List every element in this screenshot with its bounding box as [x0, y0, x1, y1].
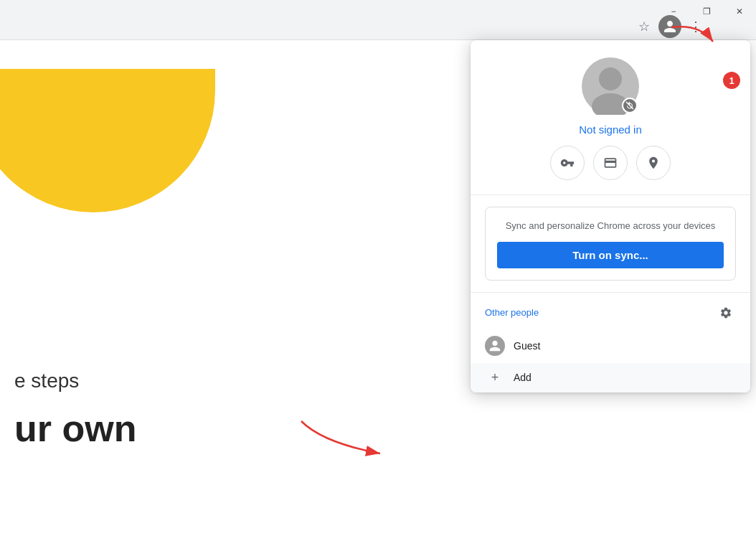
sync-section: Sync and personalize Chrome across your … [471, 195, 750, 293]
not-signed-in-label: Not signed in [579, 123, 642, 136]
guest-row[interactable]: Guest [471, 329, 750, 363]
guest-label: Guest [514, 340, 540, 352]
manage-profiles-button[interactable] [716, 303, 736, 323]
page-text-steps: e steps [14, 370, 79, 392]
payment-icon-button[interactable] [593, 146, 628, 180]
addresses-icon-button[interactable] [636, 146, 671, 180]
sync-button[interactable]: Turn on sync... [497, 242, 724, 268]
add-profile-row[interactable]: + Add 2 [471, 363, 750, 392]
browser-chrome: − ❐ ✕ ☆ ⋮ [0, 0, 756, 40]
star-icon[interactable]: ☆ [633, 15, 656, 38]
passwords-icon-button[interactable] [550, 146, 585, 180]
annotation-badge-1: 1 [723, 72, 740, 89]
yellow-decoration [0, 69, 215, 212]
other-people-section: Other people Guest + Add 2 [471, 293, 750, 392]
page-text-own: ur own [14, 407, 136, 450]
arrow-2 [280, 414, 394, 471]
avatar-container [582, 57, 639, 115]
add-label: Add [514, 372, 531, 383]
profile-panel: Not signed in Sync and personalize Chro [471, 40, 750, 392]
svg-point-0 [599, 67, 622, 90]
close-button[interactable]: ✕ [723, 0, 756, 23]
quick-icons-row [550, 146, 671, 180]
other-people-label: Other people [485, 307, 539, 318]
add-icon: + [485, 370, 505, 385]
sync-off-badge [622, 98, 638, 113]
guest-avatar [485, 336, 505, 356]
sync-description: Sync and personalize Chrome across your … [497, 219, 724, 233]
sync-box: Sync and personalize Chrome across your … [485, 207, 736, 281]
arrow-1 [664, 20, 722, 63]
panel-top: Not signed in [471, 40, 750, 195]
other-people-header: Other people [471, 293, 750, 329]
